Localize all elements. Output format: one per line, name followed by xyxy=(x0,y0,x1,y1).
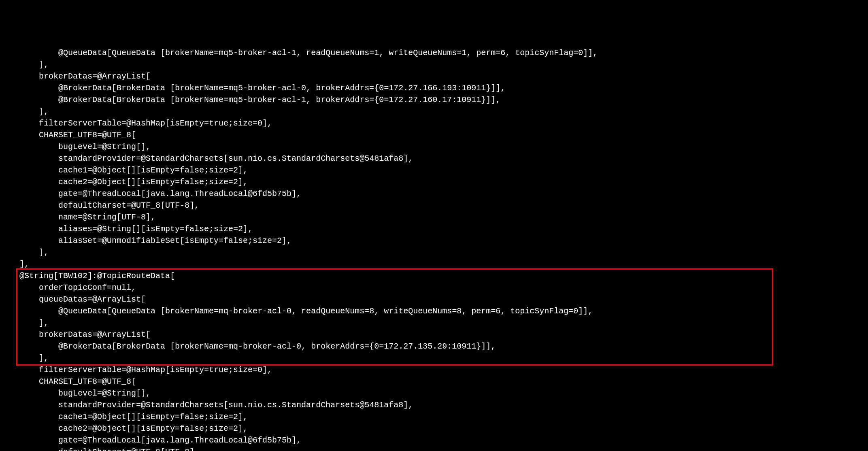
terminal-output[interactable]: @QueueData[QueueData [brokerName=mq5-bro… xyxy=(0,47,868,451)
terminal-line: brokerDatas=@ArrayList[ xyxy=(0,329,868,340)
terminal-line: ], xyxy=(0,59,868,70)
terminal-line: @BrokerData[BrokerData [brokerName=mq5-b… xyxy=(0,82,868,94)
terminal-line: @QueueData[QueueData [brokerName=mq5-bro… xyxy=(0,47,868,59)
terminal-line: ], xyxy=(0,106,868,117)
terminal-line: defaultCharset=@UTF_8[UTF-8], xyxy=(0,200,868,211)
terminal-line: aliasSet=@UnmodifiableSet[isEmpty=false;… xyxy=(0,235,868,247)
terminal-line: cache2=@Object[][isEmpty=false;size=2], xyxy=(0,423,868,434)
terminal-line: @QueueData[QueueData [brokerName=mq-brok… xyxy=(0,305,868,317)
terminal-line: filterServerTable=@HashMap[isEmpty=true;… xyxy=(0,117,868,129)
terminal-line: filterServerTable=@HashMap[isEmpty=true;… xyxy=(0,364,868,376)
terminal-line: cache2=@Object[][isEmpty=false;size=2], xyxy=(0,176,868,188)
terminal-line: bugLevel=@String[], xyxy=(0,141,868,153)
terminal-line: CHARSET_UTF8=@UTF_8[ xyxy=(0,129,868,141)
terminal-line: ], xyxy=(0,247,868,258)
terminal-line: bugLevel=@String[], xyxy=(0,387,868,399)
terminal-line: standardProvider=@StandardCharsets[sun.n… xyxy=(0,153,868,164)
terminal-line: name=@String[UTF-8], xyxy=(0,211,868,223)
terminal-line: ], xyxy=(0,258,868,270)
terminal-line: @String[TBW102]:@TopicRouteData[ xyxy=(0,270,868,282)
terminal-line: queueDatas=@ArrayList[ xyxy=(0,294,868,305)
terminal-line: cache1=@Object[][isEmpty=false;size=2], xyxy=(0,411,868,423)
terminal-line: @BrokerData[BrokerData [brokerName=mq5-b… xyxy=(0,94,868,106)
terminal-line: aliases=@String[][isEmpty=false;size=2], xyxy=(0,223,868,235)
terminal-line: defaultCharset=@UTF_8[UTF-8], xyxy=(0,446,868,451)
terminal-line: cache1=@Object[][isEmpty=false;size=2], xyxy=(0,164,868,176)
terminal-line: gate=@ThreadLocal[java.lang.ThreadLocal@… xyxy=(0,188,868,200)
terminal-line: ], xyxy=(0,317,868,329)
terminal-line: @BrokerData[BrokerData [brokerName=mq-br… xyxy=(0,340,868,352)
terminal-line: orderTopicConf=null, xyxy=(0,282,868,294)
terminal-line: ], xyxy=(0,352,868,364)
terminal-line: standardProvider=@StandardCharsets[sun.n… xyxy=(0,399,868,411)
terminal-line: CHARSET_UTF8=@UTF_8[ xyxy=(0,376,868,387)
terminal-line: gate=@ThreadLocal[java.lang.ThreadLocal@… xyxy=(0,434,868,446)
terminal-line: brokerDatas=@ArrayList[ xyxy=(0,70,868,82)
